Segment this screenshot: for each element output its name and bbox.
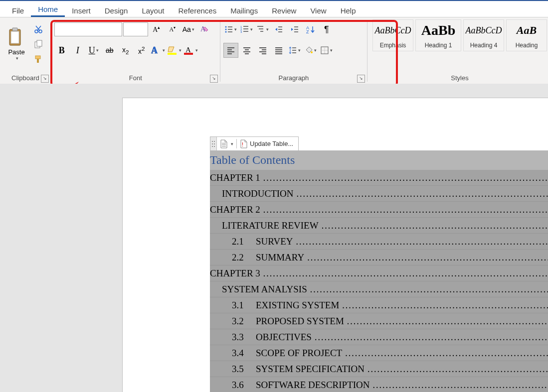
style-tile[interactable]: AaBbCcDHeading 4: [463, 19, 504, 51]
show-marks-button[interactable]: ¶: [319, 22, 334, 37]
svg-rect-43: [243, 51, 250, 52]
toc-entry[interactable]: CHAPTER 3: [210, 265, 548, 281]
menu-tab-mailings[interactable]: Mailings: [223, 4, 265, 17]
cut-button[interactable]: [31, 23, 46, 35]
paintbrush-icon: [34, 55, 43, 64]
bullets-button[interactable]: ▾: [223, 22, 238, 37]
style-sample: AaB: [517, 20, 537, 41]
sort-button[interactable]: AZ: [303, 22, 318, 37]
underline-button[interactable]: U▾: [86, 43, 101, 58]
svg-point-62: [212, 141, 213, 142]
align-left-icon: [226, 46, 235, 55]
update-table-button[interactable]: ! Update Table...: [237, 137, 296, 150]
svg-rect-13: [184, 53, 193, 55]
justify-button[interactable]: [271, 43, 286, 58]
change-case-icon: Aa: [183, 25, 191, 33]
numbering-button[interactable]: 123▾: [239, 22, 254, 37]
dialog-launcher-icon[interactable]: ↘: [41, 75, 49, 83]
dialog-launcher-icon[interactable]: ↘: [210, 75, 218, 83]
menu-tab-home[interactable]: Home: [31, 3, 65, 17]
toc-entry[interactable]: INTRODUCTION: [210, 186, 548, 202]
toc-entry-text: PROPOSED SYSTEM: [256, 313, 347, 329]
outdent-button[interactable]: [271, 22, 286, 37]
toc-entry[interactable]: 3.6SOFTWARE DESCRIPTION: [210, 377, 548, 392]
svg-rect-55: [292, 52, 296, 53]
font-name-input[interactable]: [54, 22, 122, 36]
toc-entry[interactable]: 3.4SCOPE OF PROJECT: [210, 345, 548, 361]
borders-button[interactable]: ▾: [319, 43, 334, 58]
paste-button[interactable]: Paste ▾: [3, 19, 30, 65]
toc-entry-text: LITERATURE REVIEW: [210, 218, 322, 233]
menu-tab-review[interactable]: Review: [265, 4, 303, 17]
svg-text:3: 3: [240, 30, 242, 33]
svg-rect-47: [259, 51, 266, 52]
align-center-button[interactable]: [239, 43, 254, 58]
font-size-input[interactable]: [123, 22, 148, 36]
line-spacing-button[interactable]: ▾: [287, 43, 302, 58]
toc-entry[interactable]: 2.2SUMMARY: [210, 250, 548, 265]
toc-selection[interactable]: Table of Contents CHAPTER 1INTRODUCTIONC…: [210, 150, 548, 392]
svg-rect-33: [294, 29, 298, 30]
style-tile[interactable]: AaBHeading: [506, 19, 547, 51]
italic-button[interactable]: I: [70, 43, 85, 58]
strike-icon: ab: [106, 46, 114, 54]
drag-handle-icon[interactable]: [210, 137, 217, 150]
svg-rect-11: [168, 53, 177, 55]
page[interactable]: ▾ ! Update Table... Table of Contents CH…: [122, 98, 548, 392]
bold-button[interactable]: B: [54, 43, 69, 58]
justify-icon: [274, 46, 283, 55]
toc-leader-dots: [296, 234, 548, 250]
toc-entry[interactable]: 3.5SYSTEM SPECIFICATION: [210, 361, 548, 377]
shading-button[interactable]: ▾: [303, 43, 318, 58]
style-sample: AaBb: [421, 20, 455, 41]
highlight-button[interactable]: ▾: [167, 43, 182, 58]
style-tile[interactable]: AaBbHeading 1: [415, 19, 461, 51]
toc-entry[interactable]: CHAPTER 2: [210, 202, 548, 218]
toc-menu-button[interactable]: ▾: [217, 137, 236, 150]
grow-font-button[interactable]: A▴: [149, 22, 164, 37]
svg-point-18: [225, 31, 227, 33]
menu-tab-help[interactable]: Help: [334, 4, 363, 17]
menu-tab-insert[interactable]: Insert: [65, 4, 98, 17]
menu-tab-design[interactable]: Design: [98, 4, 135, 17]
menu-tab-layout[interactable]: Layout: [135, 4, 171, 17]
menu-tab-view[interactable]: View: [303, 4, 333, 17]
svg-rect-31: [278, 31, 282, 32]
toc-entry-text: EXISTING SYSTEM: [256, 297, 342, 313]
toc-entry-number: 2.2: [232, 250, 256, 265]
toc-entry[interactable]: 3.3OBJECTIVES: [210, 329, 548, 345]
svg-rect-68: [222, 143, 226, 143]
font-color-button[interactable]: A ▾: [183, 43, 198, 58]
toc-entry-number: 3.4: [232, 345, 256, 361]
shrink-font-button[interactable]: A▾: [165, 22, 180, 37]
superscript-button[interactable]: x2: [134, 43, 149, 58]
menu-tab-file[interactable]: File: [5, 4, 31, 17]
strike-button[interactable]: ab: [102, 43, 117, 58]
svg-rect-45: [259, 47, 266, 48]
shrink-font-icon: A▾: [169, 25, 176, 33]
svg-rect-34: [294, 31, 298, 32]
svg-rect-23: [243, 28, 248, 29]
format-painter-button[interactable]: [31, 53, 46, 65]
toc-entry[interactable]: 2.1SURVEY: [210, 234, 548, 250]
dialog-launcher-icon[interactable]: ↘: [357, 75, 365, 83]
indent-button[interactable]: [287, 22, 302, 37]
clear-format-button[interactable]: A: [197, 22, 212, 37]
toc-entry[interactable]: CHAPTER 1: [210, 170, 548, 186]
style-tile[interactable]: AaBbCcDEmphasis: [372, 19, 413, 51]
toc-entry[interactable]: SYSTEM ANALYSIS: [210, 281, 548, 297]
group-paragraph: ▾ 123▾ ▾ AZ ¶ ▾ ▾ ▾ Para: [220, 17, 367, 85]
copy-button[interactable]: [31, 38, 46, 50]
borders-icon: [320, 46, 329, 55]
subscript-button[interactable]: x2: [118, 43, 133, 58]
toc-entry[interactable]: 3.2PROPOSED SYSTEM: [210, 313, 548, 329]
toc-entry[interactable]: LITERATURE REVIEW: [210, 218, 548, 234]
change-case-button[interactable]: Aa▾: [181, 22, 196, 37]
align-left-button[interactable]: [223, 43, 238, 58]
align-right-button[interactable]: [255, 43, 270, 58]
menu-tab-references[interactable]: References: [171, 4, 223, 17]
multilevel-button[interactable]: ▾: [255, 22, 270, 37]
copy-icon: [34, 40, 43, 49]
text-effects-button[interactable]: A▾: [150, 43, 166, 58]
toc-entry[interactable]: 3.1EXISTING SYSTEM: [210, 297, 548, 313]
